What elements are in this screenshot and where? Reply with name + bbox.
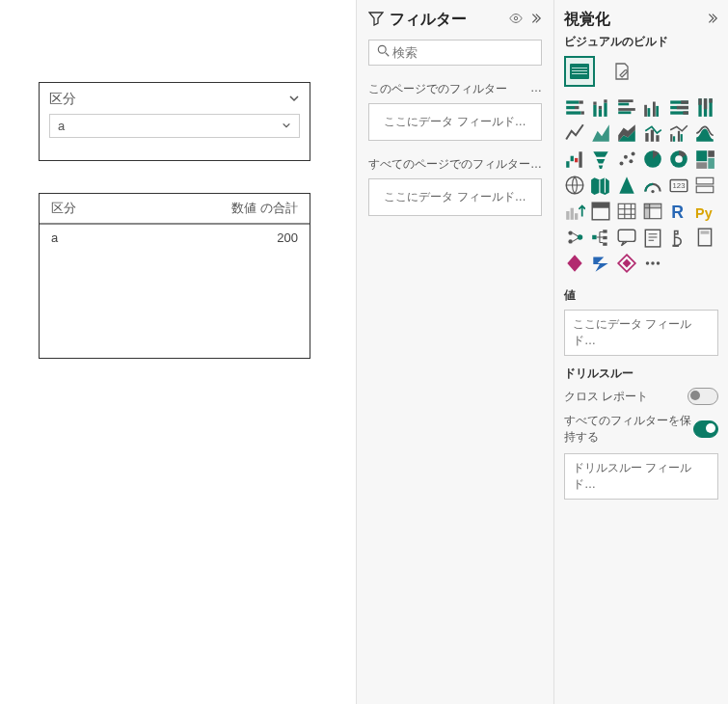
table-row[interactable]: a 200 [40,224,310,251]
svg-point-61 [651,190,654,193]
svg-rect-38 [645,133,648,142]
viz-type-100-stacked-bar[interactable] [668,96,689,118]
viz-type-matrix[interactable] [642,201,663,222]
viz-type-qa[interactable] [616,227,637,248]
filter-drop-page[interactable]: ここにデータ フィールド… [368,103,542,141]
tab-build[interactable] [564,56,595,87]
slicer-dropdown[interactable]: a [49,114,300,138]
viz-type-donut[interactable] [668,149,689,170]
table-header: 数値 の合計 [134,194,310,224]
filter-icon [368,11,384,29]
svg-point-51 [629,159,633,163]
viz-type-scatter[interactable] [616,149,637,170]
viz-type-kpi[interactable] [564,201,585,222]
viz-type-pie[interactable] [642,149,663,170]
search-input[interactable] [368,40,542,66]
svg-point-90 [651,261,655,265]
svg-rect-57 [708,150,715,157]
viz-type-treemap[interactable] [694,149,715,170]
viz-type-waterfall[interactable] [564,149,585,170]
viz-type-azure-map[interactable] [616,175,637,196]
cross-report-toggle[interactable] [688,388,718,405]
drillthrough-drop[interactable]: ドリルスルー フィールド… [564,453,718,500]
panel-title: 視覚化 [564,10,699,30]
svg-rect-82 [603,236,607,239]
chevron-down-icon[interactable] [288,93,300,107]
svg-rect-48 [579,151,581,168]
svg-rect-18 [618,99,633,102]
viz-type-line-clustered-column[interactable] [668,122,689,144]
viz-type-key-influencers[interactable] [564,227,585,248]
svg-rect-59 [696,162,707,169]
viz-type-gauge[interactable] [642,175,663,196]
viz-type-map[interactable] [564,175,585,196]
svg-rect-21 [618,111,631,114]
viz-type-clustered-bar[interactable] [616,96,637,118]
svg-rect-11 [581,111,584,114]
table-visual[interactable]: 区分 数値 の合計 a 200 [39,193,310,359]
viz-type-more[interactable] [642,253,663,274]
viz-type-line[interactable] [564,122,585,144]
drill-label: ドリルスルー [564,366,718,382]
panel-title: フィルター [390,10,503,30]
viz-type-decomposition-tree[interactable] [590,227,611,248]
svg-rect-42 [673,136,675,142]
svg-point-89 [646,261,650,265]
svg-rect-16 [604,103,607,117]
svg-rect-24 [653,102,656,117]
viz-type-table[interactable] [616,201,637,222]
viz-type-app-source[interactable] [616,253,637,274]
viz-type-power-apps[interactable] [564,253,585,274]
svg-rect-70 [592,203,609,208]
viz-type-funnel[interactable] [590,149,611,170]
expand-icon[interactable] [528,12,542,28]
keep-filters-toggle[interactable] [693,420,718,438]
svg-rect-7 [579,100,582,103]
viz-type-filled-map[interactable] [590,175,611,196]
viz-type-ribbon[interactable] [694,122,715,144]
tab-format[interactable] [607,56,637,87]
viz-type-area[interactable] [590,122,611,144]
svg-rect-8 [566,106,575,109]
eye-icon[interactable] [509,12,523,28]
cross-report-label: クロス レポート [564,389,648,405]
svg-rect-88 [701,230,710,233]
svg-point-1 [378,45,386,53]
viz-type-power-automate[interactable] [590,253,611,274]
svg-rect-67 [571,208,574,220]
search-field[interactable] [391,44,556,61]
filter-section-label: このページでのフィルター [368,81,507,97]
svg-point-0 [514,16,518,20]
viz-type-stacked-bar[interactable] [564,96,585,118]
values-drop[interactable]: ここにデータ フィールド… [564,310,718,356]
svg-rect-41 [670,134,672,142]
svg-rect-47 [575,158,578,162]
report-canvas[interactable]: 区分 a 区分 数値 の合計 a 200 [0,0,356,704]
viz-type-goals[interactable] [668,227,689,248]
viz-type-card[interactable]: 123 [668,175,689,196]
viz-type-narrative[interactable] [642,227,663,248]
svg-rect-74 [644,203,661,207]
viz-type-r-visual[interactable]: R [668,201,689,222]
viz-type-py-visual[interactable]: Py [694,201,715,222]
viz-type-multi-card[interactable] [694,175,715,196]
viz-type-slicer[interactable] [590,201,611,222]
slicer-visual[interactable]: 区分 a [39,82,310,161]
keep-filters-label: すべてのフィルターを保持する [564,413,693,446]
svg-rect-15 [599,106,602,109]
viz-type-line-stacked-column[interactable] [642,122,663,144]
slicer-value: a [58,119,65,133]
viz-type-clustered-column[interactable] [642,96,663,118]
viz-type-100-stacked-column[interactable] [694,96,715,118]
svg-rect-3 [572,68,587,68]
more-icon[interactable]: … [530,81,542,97]
svg-rect-85 [645,230,660,247]
expand-icon[interactable] [705,12,718,28]
svg-rect-22 [644,105,647,117]
svg-rect-17 [604,99,607,102]
viz-type-stacked-column[interactable] [590,96,611,118]
viz-type-paginated-report[interactable] [694,227,715,248]
viz-type-stacked-area[interactable] [616,122,637,144]
filter-drop-all[interactable]: ここにデータ フィールド… [368,178,542,216]
svg-point-55 [675,155,683,163]
